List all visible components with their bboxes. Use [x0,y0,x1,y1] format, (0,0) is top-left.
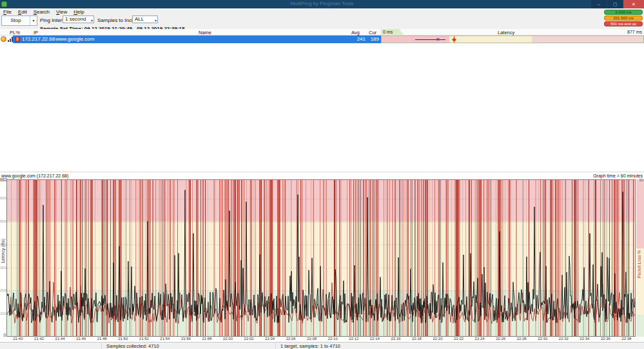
samples-include-value: ALL [135,16,144,22]
target-name: www.google.com [55,36,94,42]
y-axis-tick: 300 [0,266,6,270]
x-axis-tick: 22:38 [621,337,631,341]
menu-bar: FileEditSearchViewHelp [0,8,644,15]
samples-include-select[interactable]: ALL ▾ [132,15,158,23]
latency-zone-segment [449,36,532,43]
window-title: MultiPing by Pingman Tools [0,1,644,6]
stop-dropdown-arrow-icon[interactable]: ▾ [30,16,37,25]
target-row[interactable]: 8 172.217.22.68 www.google.com 241 189 [13,35,381,43]
y-axis-min: 0 [0,333,6,337]
x-axis: 21:4021:4221:4421:4621:4821:5021:5221:54… [6,337,636,342]
graph-toggle-icon[interactable] [8,37,13,42]
close-button[interactable]: ✕ [623,0,644,8]
ping-interval-select[interactable]: 1 second ▾ [63,15,94,23]
x-axis-tick: 21:42 [34,337,44,341]
x-axis-tick: 21:46 [76,337,86,341]
x-axis-tick: 22:12 [349,337,358,341]
y-axis-tick: 500 [0,219,6,223]
targets-status: 1 target, samples: 1 to 4710 [280,343,340,349]
col-header-avg[interactable]: Avg [351,30,360,35]
latency-bar-cell[interactable]: × [381,35,644,43]
packet-loss-badge: 8 [15,37,20,42]
col-header-cur[interactable]: Cur [369,30,376,35]
x-axis-tick: 21:40 [13,337,23,341]
x-axis-tick: 22:22 [454,337,463,341]
right-axis-title: Packet Loss % [637,250,641,278]
maximize-button[interactable]: ▢ [607,0,623,8]
current-latency-marker-icon: × [436,35,440,43]
y-axis-tick: 600 [0,196,6,200]
x-axis-tick: 22:04 [265,337,275,341]
legend-pill: 501 ms and up [604,21,643,26]
menu-item-search[interactable]: Search [30,9,53,15]
x-axis-tick: 22:24 [475,337,485,341]
status-bar: Samples collected: 4710 1 target, sample… [0,342,644,349]
x-axis-tick: 21:56 [181,337,191,341]
x-axis-tick: 22:10 [328,337,338,341]
col-header-name[interactable]: Name [199,30,211,35]
warning-status-icon [1,36,6,42]
x-axis-tick: 22:06 [286,337,296,341]
x-axis-tick: 21:52 [139,337,149,341]
x-axis-tick: 21:48 [97,337,107,341]
target-ip: 172.217.22.68 [22,36,55,42]
x-axis-tick: 21:54 [160,337,170,341]
latency-timeline-plot[interactable] [6,179,636,337]
x-axis-tick: 22:32 [559,337,569,341]
x-axis-tick: 21:50 [118,337,128,341]
menu-item-view[interactable]: View [53,9,70,15]
title-bar: MultiPing by Pingman Tools – ▢ ✕ [0,0,644,8]
target-avg: 241 [347,36,366,42]
latency-zone-segment [532,36,643,43]
menu-item-help[interactable]: Help [70,9,87,15]
ping-interval-value: 1 second [65,16,86,22]
latency-timeline-canvas[interactable] [7,180,635,336]
y-axis-max: 682 [0,177,6,182]
x-axis-tick: 22:18 [412,337,422,341]
menu-item-file[interactable]: File [0,9,15,15]
x-axis-tick: 22:26 [496,337,505,341]
x-axis-tick: 22:08 [307,337,317,341]
latency-scale-min: 0 ms [381,29,404,35]
x-axis-tick: 22:14 [370,337,380,341]
panel-divider [0,172,644,172]
legend-pill: 0-200 ms [604,10,643,15]
samples-collected-status: Samples collected: 4710 [106,343,159,349]
graph-time-label[interactable]: Graph time = 60 minutes [593,174,643,178]
x-axis-tick: 22:36 [601,337,610,341]
y-axis-title: Latency (ms) [1,239,5,263]
minimize-button[interactable]: – [591,0,607,8]
col-header-latency[interactable]: Latency [498,30,514,35]
latency-legend: 0-200 ms201-500 ms501 ms and up [604,10,643,27]
y-axis-tick: 200 [0,288,6,292]
x-axis-tick: 21:58 [202,337,211,341]
target-cur: 189 [366,36,379,42]
x-axis-tick: 22:16 [391,337,400,341]
chevron-down-icon: ▾ [155,17,157,24]
chevron-down-icon: ▾ [91,17,93,24]
x-axis-tick: 22:30 [538,337,547,341]
x-axis-tick: 22:00 [223,337,233,341]
latency-range-line [415,39,446,40]
x-axis-tick: 22:34 [580,337,589,341]
toolbar: Stop ▾ Ping Interval: 1 second ▾ Samples… [0,15,644,30]
stop-button[interactable]: Stop ▾ [1,15,37,26]
col-header-ip[interactable]: IP [34,30,38,35]
menu-item-edit[interactable]: Edit [15,9,30,15]
latency-scale-max: 877 ms [627,30,642,34]
x-axis-tick: 21:44 [55,337,65,341]
legend-pill: 201-500 ms [604,15,643,21]
x-axis-tick: 22:20 [433,337,442,341]
col-header-pl[interactable]: PL% [10,30,20,35]
row-status-icons [0,35,13,43]
stop-button-label: Stop [2,16,30,25]
y-axis-tick: 100 [0,312,6,315]
right-axis-max: 30 [639,178,643,182]
graph-target-label: www.google.com (172.217.22.68) [1,174,68,178]
x-axis-tick: 22:02 [244,337,254,341]
table-header: PL% IP Name Avg Cur 0 ms Latency 877 ms [0,29,644,35]
x-axis-tick: 22:28 [517,337,527,341]
